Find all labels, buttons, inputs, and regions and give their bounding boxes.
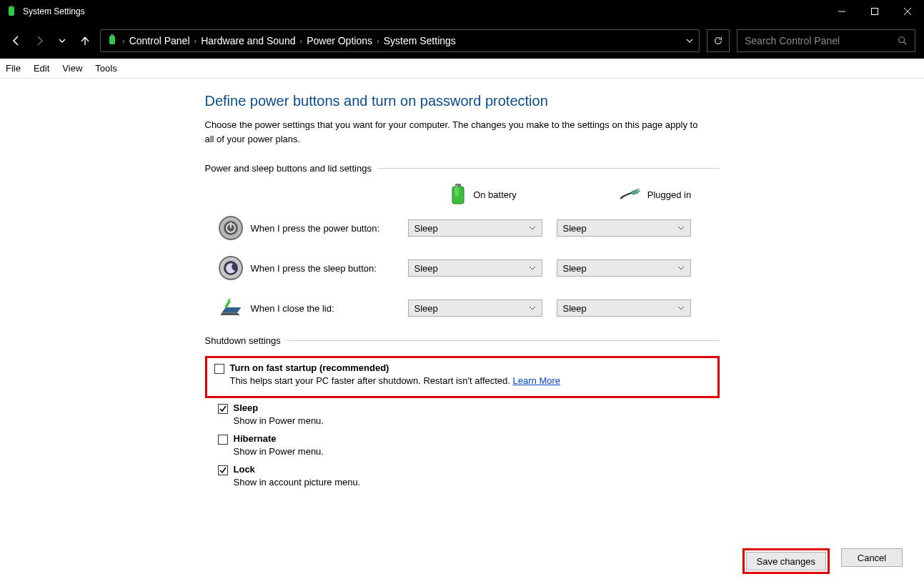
label-close-lid: When I close the lid: xyxy=(251,303,408,314)
divider xyxy=(287,340,720,341)
power-button-icon xyxy=(218,215,244,241)
column-plugged-in: Plugged in xyxy=(591,189,720,200)
content-area: Define power buttons and turn on passwor… xyxy=(0,79,924,495)
plug-icon xyxy=(619,189,640,200)
svg-line-16 xyxy=(638,191,640,192)
checkbox-hibernate[interactable] xyxy=(218,435,228,445)
svg-rect-3 xyxy=(872,9,878,15)
breadcrumb-system-settings[interactable]: System Settings xyxy=(384,35,456,46)
label-power-button: When I press the power button: xyxy=(251,223,408,234)
svg-marker-23 xyxy=(222,307,241,312)
label-sleep-option: Sleep xyxy=(234,402,259,413)
page-description: Choose the power settings that you want … xyxy=(205,118,705,146)
back-button[interactable] xyxy=(9,33,24,49)
cancel-button[interactable]: Cancel xyxy=(841,548,903,567)
minimize-button[interactable] xyxy=(825,0,858,23)
label-hibernate: Hibernate xyxy=(234,433,277,444)
battery-icon xyxy=(106,34,118,48)
window-controls xyxy=(825,0,924,23)
svg-line-9 xyxy=(904,42,907,45)
menu-edit[interactable]: Edit xyxy=(34,63,49,74)
select-lid-plugged[interactable]: Sleep xyxy=(557,300,691,317)
svg-point-13 xyxy=(454,185,459,197)
laptop-lid-icon xyxy=(218,295,244,321)
address-bar[interactable]: › Control Panel › Hardware and Sound › P… xyxy=(100,29,700,52)
search-icon xyxy=(898,36,908,46)
forward-button[interactable] xyxy=(31,33,47,49)
search-box[interactable]: Search Control Panel xyxy=(737,29,915,52)
chevron-right-icon: › xyxy=(299,36,302,45)
page-title: Define power buttons and turn on passwor… xyxy=(205,93,720,109)
sleep-button-icon xyxy=(218,255,244,281)
checkbox-lock[interactable] xyxy=(218,465,228,475)
svg-rect-0 xyxy=(9,6,14,16)
select-power-battery[interactable]: Sleep xyxy=(408,219,542,237)
divider xyxy=(377,168,720,169)
svg-marker-25 xyxy=(227,298,230,302)
label-fast-startup: Turn on fast startup (recommended) xyxy=(230,362,389,373)
link-learn-more[interactable]: Learn More xyxy=(513,375,560,386)
section-power-buttons: Power and sleep buttons and lid settings xyxy=(205,163,372,174)
desc-lock: Show in account picture menu. xyxy=(234,477,720,488)
maximize-button[interactable] xyxy=(858,0,891,23)
chevron-right-icon: › xyxy=(194,36,197,45)
breadcrumb-power-options[interactable]: Power Options xyxy=(307,35,372,46)
row-power-button: When I press the power button: Sleep Sle… xyxy=(205,215,720,241)
select-sleep-plugged[interactable]: Sleep xyxy=(557,259,691,277)
recent-locations-button[interactable] xyxy=(54,33,70,49)
menu-tools[interactable]: Tools xyxy=(95,63,116,74)
section-shutdown: Shutdown settings xyxy=(205,335,281,346)
select-power-plugged[interactable]: Sleep xyxy=(557,219,691,237)
titlebar: System Settings xyxy=(0,0,924,23)
row-close-lid: When I close the lid: Sleep Sleep xyxy=(205,295,720,321)
row-sleep-button: When I press the sleep button: Sleep Sle… xyxy=(205,255,720,281)
checkbox-fast-startup[interactable] xyxy=(214,364,224,374)
desc-hibernate: Show in Power menu. xyxy=(234,446,720,457)
svg-rect-7 xyxy=(111,34,114,36)
highlight-fast-startup: Turn on fast startup (recommended) This … xyxy=(205,356,720,398)
search-placeholder: Search Control Panel xyxy=(745,35,898,46)
refresh-button[interactable] xyxy=(707,29,730,52)
up-button[interactable] xyxy=(77,33,93,49)
menubar: File Edit View Tools xyxy=(0,59,924,79)
svg-rect-1 xyxy=(10,6,13,7)
chevron-right-icon: › xyxy=(122,36,125,45)
label-sleep-button: When I press the sleep button: xyxy=(251,263,408,274)
column-on-battery: On battery xyxy=(419,184,548,205)
menu-view[interactable]: View xyxy=(62,63,82,74)
chevron-right-icon: › xyxy=(377,36,379,45)
battery-icon xyxy=(450,184,466,205)
label-lock: Lock xyxy=(234,464,255,475)
close-button[interactable] xyxy=(891,0,924,23)
breadcrumb-control-panel[interactable]: Control Panel xyxy=(129,35,190,46)
window-title: System Settings xyxy=(23,6,825,16)
svg-point-8 xyxy=(899,37,905,43)
checkbox-sleep[interactable] xyxy=(218,404,228,414)
desc-fast-startup: This helps start your PC faster after sh… xyxy=(230,375,513,386)
svg-line-15 xyxy=(637,189,640,189)
chevron-down-icon[interactable] xyxy=(686,36,693,46)
select-sleep-battery[interactable]: Sleep xyxy=(408,259,542,277)
desc-sleep-option: Show in Power menu. xyxy=(234,415,720,426)
breadcrumb-hardware-and-sound[interactable]: Hardware and Sound xyxy=(201,35,295,46)
menu-file[interactable]: File xyxy=(6,63,21,74)
select-lid-battery[interactable]: Sleep xyxy=(408,300,542,317)
app-icon xyxy=(6,6,17,17)
save-button[interactable]: Save changes xyxy=(746,552,826,570)
svg-rect-6 xyxy=(109,36,115,44)
svg-marker-24 xyxy=(220,312,239,315)
svg-rect-14 xyxy=(631,189,639,195)
navbar: › Control Panel › Hardware and Sound › P… xyxy=(0,23,924,59)
footer-buttons: Save changes Cancel xyxy=(742,548,903,574)
highlight-save-button: Save changes xyxy=(742,548,830,574)
